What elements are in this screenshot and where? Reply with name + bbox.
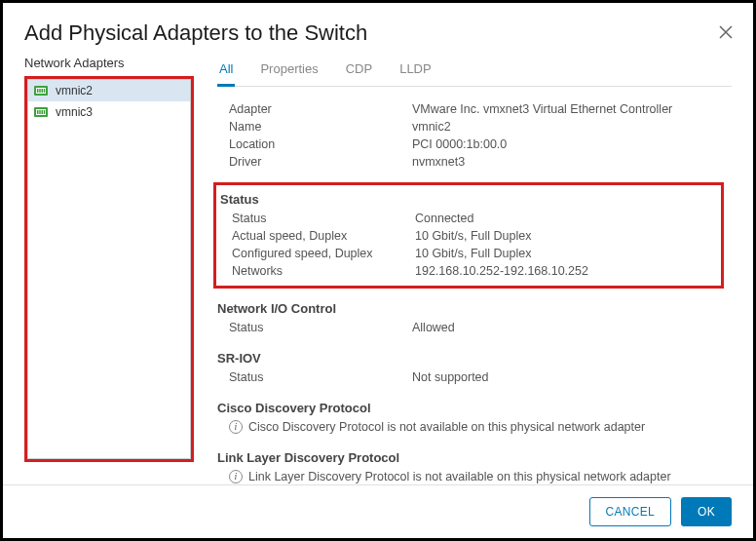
adapter-list-highlight: vmnic2 vmnic3 — [24, 76, 194, 462]
tab-all[interactable]: All — [217, 56, 235, 87]
svg-rect-3 — [39, 89, 41, 93]
dialog-content: Network Adapters vmnic2 vmnic3 — [3, 56, 753, 466]
svg-rect-2 — [37, 89, 39, 93]
section-status-highlight: Status Status Connected Actual speed, Du… — [213, 182, 724, 289]
info-cdp-text: Cisco Discovery Protocol is not availabl… — [248, 420, 645, 434]
label-nioc-status: Status — [229, 321, 412, 334]
nic-icon — [34, 106, 50, 118]
row-status: Status Connected — [220, 210, 721, 227]
value-nioc-status: Allowed — [412, 321, 732, 334]
tab-lldp[interactable]: LLDP — [397, 56, 434, 86]
heading-status: Status — [220, 189, 721, 210]
value-location: PCI 0000:1b:00.0 — [412, 137, 732, 151]
heading-nioc: Network I/O Control — [217, 298, 732, 319]
info-icon: i — [229, 420, 243, 434]
svg-rect-5 — [44, 89, 46, 93]
svg-rect-8 — [37, 110, 39, 114]
left-panel: Network Adapters vmnic2 vmnic3 — [24, 56, 194, 466]
heading-lldp: Link Layer Discovery Protocol — [217, 447, 732, 468]
label-status: Status — [232, 212, 415, 225]
tab-cdp[interactable]: CDP — [344, 56, 374, 86]
tabs: All Properties CDP LLDP — [217, 56, 732, 87]
row-name: Name vmnic2 — [217, 118, 732, 135]
section-sriov: SR-IOV Status Not supported — [217, 348, 732, 386]
label-location: Location — [229, 137, 412, 151]
svg-rect-10 — [42, 110, 44, 114]
heading-cdp: Cisco Discovery Protocol — [217, 398, 732, 418]
adapter-item-vmnic2[interactable]: vmnic2 — [28, 80, 190, 101]
dialog-footer: CANCEL OK — [3, 484, 753, 538]
adapter-list-heading: Network Adapters — [24, 56, 194, 70]
cancel-button[interactable]: CANCEL — [589, 497, 671, 526]
value-sriov-status: Not supported — [412, 370, 732, 384]
tab-properties[interactable]: Properties — [258, 56, 320, 86]
label-adapter: Adapter — [229, 102, 412, 116]
label-name: Name — [229, 120, 412, 134]
dialog-window: Add Physical Adapters to the Switch Netw… — [0, 0, 756, 541]
value-adapter: VMware Inc. vmxnet3 Virtual Ethernet Con… — [412, 102, 732, 116]
section-nioc: Network I/O Control Status Allowed — [217, 298, 732, 336]
label-actual-speed: Actual speed, Duplex — [232, 229, 415, 243]
label-sriov-status: Status — [229, 370, 412, 384]
adapter-item-vmnic3[interactable]: vmnic3 — [28, 101, 190, 123]
value-actual-speed: 10 Gbit/s, Full Duplex — [415, 229, 721, 243]
row-actual-speed: Actual speed, Duplex 10 Gbit/s, Full Dup… — [220, 227, 721, 245]
section-general: Adapter VMware Inc. vmxnet3 Virtual Ethe… — [217, 100, 732, 171]
label-driver: Driver — [229, 155, 412, 169]
ok-button[interactable]: OK — [681, 497, 732, 526]
value-networks: 192.168.10.252-192.168.10.252 — [415, 264, 721, 278]
value-driver: nvmxnet3 — [412, 155, 732, 169]
row-driver: Driver nvmxnet3 — [217, 153, 732, 171]
value-name: vmnic2 — [412, 120, 732, 134]
section-lldp: Link Layer Discovery Protocol i Link Lay… — [217, 447, 732, 485]
row-sriov-status: Status Not supported — [217, 368, 732, 386]
heading-sriov: SR-IOV — [217, 348, 732, 368]
adapter-item-label: vmnic3 — [56, 105, 93, 119]
close-icon[interactable] — [718, 24, 734, 43]
info-cdp: i Cisco Discovery Protocol is not availa… — [217, 418, 732, 436]
value-status: Connected — [415, 212, 721, 225]
nic-icon — [34, 85, 50, 97]
label-configured-speed: Configured speed, Duplex — [232, 247, 415, 260]
titlebar: Add Physical Adapters to the Switch — [3, 3, 753, 56]
svg-rect-11 — [44, 110, 46, 114]
info-lldp: i Link Layer Discovery Protocol is not a… — [217, 468, 732, 485]
row-networks: Networks 192.168.10.252-192.168.10.252 — [220, 262, 721, 280]
label-networks: Networks — [232, 264, 415, 278]
section-cdp: Cisco Discovery Protocol i Cisco Discove… — [217, 398, 732, 436]
dialog-title: Add Physical Adapters to the Switch — [24, 20, 367, 46]
row-nioc-status: Status Allowed — [217, 319, 732, 336]
row-adapter: Adapter VMware Inc. vmxnet3 Virtual Ethe… — [217, 100, 732, 118]
value-configured-speed: 10 Gbit/s, Full Duplex — [415, 247, 721, 260]
adapter-item-label: vmnic2 — [56, 84, 93, 97]
right-panel: All Properties CDP LLDP Adapter VMware I… — [194, 56, 732, 466]
svg-rect-9 — [39, 110, 41, 114]
info-lldp-text: Link Layer Discovery Protocol is not ava… — [248, 470, 671, 483]
row-location: Location PCI 0000:1b:00.0 — [217, 135, 732, 153]
adapter-list[interactable]: vmnic2 vmnic3 — [27, 79, 191, 459]
svg-rect-4 — [42, 89, 44, 93]
info-icon: i — [229, 470, 243, 483]
row-configured-speed: Configured speed, Duplex 10 Gbit/s, Full… — [220, 245, 721, 262]
